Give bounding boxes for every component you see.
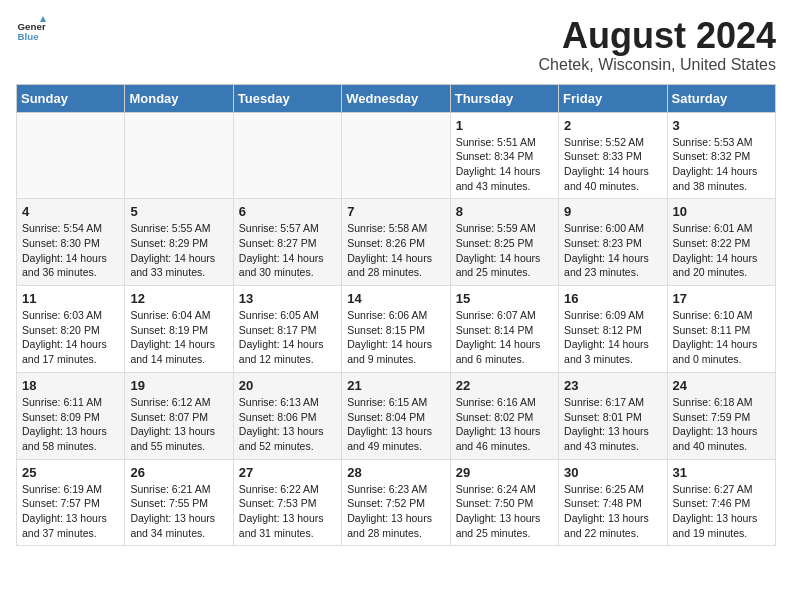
day-number: 24: [673, 378, 770, 393]
cell-content: Sunrise: 5:57 AM Sunset: 8:27 PM Dayligh…: [239, 221, 336, 280]
calendar-cell: 22Sunrise: 6:16 AM Sunset: 8:02 PM Dayli…: [450, 372, 558, 459]
calendar-cell: 16Sunrise: 6:09 AM Sunset: 8:12 PM Dayli…: [559, 286, 667, 373]
day-number: 26: [130, 465, 227, 480]
cell-content: Sunrise: 5:51 AM Sunset: 8:34 PM Dayligh…: [456, 135, 553, 194]
calendar-cell: 13Sunrise: 6:05 AM Sunset: 8:17 PM Dayli…: [233, 286, 341, 373]
calendar-cell: 8Sunrise: 5:59 AM Sunset: 8:25 PM Daylig…: [450, 199, 558, 286]
day-number: 31: [673, 465, 770, 480]
calendar-cell: 26Sunrise: 6:21 AM Sunset: 7:55 PM Dayli…: [125, 459, 233, 546]
cell-content: Sunrise: 5:54 AM Sunset: 8:30 PM Dayligh…: [22, 221, 119, 280]
day-number: 16: [564, 291, 661, 306]
day-number: 29: [456, 465, 553, 480]
title-block: August 2024 Chetek, Wisconsin, United St…: [539, 16, 776, 74]
logo-icon: General Blue: [16, 16, 46, 46]
calendar-cell: [125, 112, 233, 199]
calendar-title: August 2024: [539, 16, 776, 56]
calendar-cell: [17, 112, 125, 199]
cell-content: Sunrise: 6:19 AM Sunset: 7:57 PM Dayligh…: [22, 482, 119, 541]
page-header: General Blue August 2024 Chetek, Wiscons…: [16, 16, 776, 74]
calendar-cell: 6Sunrise: 5:57 AM Sunset: 8:27 PM Daylig…: [233, 199, 341, 286]
calendar-cell: 29Sunrise: 6:24 AM Sunset: 7:50 PM Dayli…: [450, 459, 558, 546]
calendar-week-row: 4Sunrise: 5:54 AM Sunset: 8:30 PM Daylig…: [17, 199, 776, 286]
day-number: 10: [673, 204, 770, 219]
day-number: 6: [239, 204, 336, 219]
calendar-cell: 14Sunrise: 6:06 AM Sunset: 8:15 PM Dayli…: [342, 286, 450, 373]
cell-content: Sunrise: 6:10 AM Sunset: 8:11 PM Dayligh…: [673, 308, 770, 367]
cell-content: Sunrise: 6:04 AM Sunset: 8:19 PM Dayligh…: [130, 308, 227, 367]
calendar-cell: 24Sunrise: 6:18 AM Sunset: 7:59 PM Dayli…: [667, 372, 775, 459]
calendar-cell: [342, 112, 450, 199]
svg-text:Blue: Blue: [18, 31, 40, 42]
svg-text:General: General: [18, 21, 47, 32]
cell-content: Sunrise: 6:21 AM Sunset: 7:55 PM Dayligh…: [130, 482, 227, 541]
day-number: 17: [673, 291, 770, 306]
cell-content: Sunrise: 6:07 AM Sunset: 8:14 PM Dayligh…: [456, 308, 553, 367]
cell-content: Sunrise: 6:11 AM Sunset: 8:09 PM Dayligh…: [22, 395, 119, 454]
calendar-cell: 23Sunrise: 6:17 AM Sunset: 8:01 PM Dayli…: [559, 372, 667, 459]
calendar-cell: 7Sunrise: 5:58 AM Sunset: 8:26 PM Daylig…: [342, 199, 450, 286]
day-number: 8: [456, 204, 553, 219]
svg-marker-2: [40, 16, 46, 22]
day-number: 23: [564, 378, 661, 393]
calendar-cell: 2Sunrise: 5:52 AM Sunset: 8:33 PM Daylig…: [559, 112, 667, 199]
calendar-subtitle: Chetek, Wisconsin, United States: [539, 56, 776, 74]
cell-content: Sunrise: 6:06 AM Sunset: 8:15 PM Dayligh…: [347, 308, 444, 367]
calendar-header-row: SundayMondayTuesdayWednesdayThursdayFrid…: [17, 84, 776, 112]
cell-content: Sunrise: 6:03 AM Sunset: 8:20 PM Dayligh…: [22, 308, 119, 367]
cell-content: Sunrise: 6:27 AM Sunset: 7:46 PM Dayligh…: [673, 482, 770, 541]
day-number: 27: [239, 465, 336, 480]
day-header-monday: Monday: [125, 84, 233, 112]
day-number: 19: [130, 378, 227, 393]
day-header-tuesday: Tuesday: [233, 84, 341, 112]
cell-content: Sunrise: 6:00 AM Sunset: 8:23 PM Dayligh…: [564, 221, 661, 280]
day-header-sunday: Sunday: [17, 84, 125, 112]
calendar-cell: 10Sunrise: 6:01 AM Sunset: 8:22 PM Dayli…: [667, 199, 775, 286]
day-header-friday: Friday: [559, 84, 667, 112]
calendar-cell: 9Sunrise: 6:00 AM Sunset: 8:23 PM Daylig…: [559, 199, 667, 286]
cell-content: Sunrise: 6:25 AM Sunset: 7:48 PM Dayligh…: [564, 482, 661, 541]
calendar-cell: 17Sunrise: 6:10 AM Sunset: 8:11 PM Dayli…: [667, 286, 775, 373]
day-number: 15: [456, 291, 553, 306]
calendar-cell: 25Sunrise: 6:19 AM Sunset: 7:57 PM Dayli…: [17, 459, 125, 546]
day-number: 20: [239, 378, 336, 393]
cell-content: Sunrise: 6:18 AM Sunset: 7:59 PM Dayligh…: [673, 395, 770, 454]
calendar-cell: 19Sunrise: 6:12 AM Sunset: 8:07 PM Dayli…: [125, 372, 233, 459]
cell-content: Sunrise: 6:24 AM Sunset: 7:50 PM Dayligh…: [456, 482, 553, 541]
calendar-week-row: 25Sunrise: 6:19 AM Sunset: 7:57 PM Dayli…: [17, 459, 776, 546]
calendar-cell: 4Sunrise: 5:54 AM Sunset: 8:30 PM Daylig…: [17, 199, 125, 286]
calendar-cell: 31Sunrise: 6:27 AM Sunset: 7:46 PM Dayli…: [667, 459, 775, 546]
day-number: 28: [347, 465, 444, 480]
calendar-cell: 21Sunrise: 6:15 AM Sunset: 8:04 PM Dayli…: [342, 372, 450, 459]
calendar-cell: 28Sunrise: 6:23 AM Sunset: 7:52 PM Dayli…: [342, 459, 450, 546]
day-number: 9: [564, 204, 661, 219]
day-number: 3: [673, 118, 770, 133]
day-number: 1: [456, 118, 553, 133]
day-header-wednesday: Wednesday: [342, 84, 450, 112]
calendar-cell: 1Sunrise: 5:51 AM Sunset: 8:34 PM Daylig…: [450, 112, 558, 199]
calendar-cell: 5Sunrise: 5:55 AM Sunset: 8:29 PM Daylig…: [125, 199, 233, 286]
cell-content: Sunrise: 6:16 AM Sunset: 8:02 PM Dayligh…: [456, 395, 553, 454]
day-number: 21: [347, 378, 444, 393]
calendar-table: SundayMondayTuesdayWednesdayThursdayFrid…: [16, 84, 776, 547]
day-number: 12: [130, 291, 227, 306]
cell-content: Sunrise: 6:23 AM Sunset: 7:52 PM Dayligh…: [347, 482, 444, 541]
calendar-cell: 15Sunrise: 6:07 AM Sunset: 8:14 PM Dayli…: [450, 286, 558, 373]
day-number: 5: [130, 204, 227, 219]
calendar-week-row: 11Sunrise: 6:03 AM Sunset: 8:20 PM Dayli…: [17, 286, 776, 373]
day-header-saturday: Saturday: [667, 84, 775, 112]
calendar-cell: 20Sunrise: 6:13 AM Sunset: 8:06 PM Dayli…: [233, 372, 341, 459]
day-number: 22: [456, 378, 553, 393]
cell-content: Sunrise: 6:15 AM Sunset: 8:04 PM Dayligh…: [347, 395, 444, 454]
calendar-cell: 30Sunrise: 6:25 AM Sunset: 7:48 PM Dayli…: [559, 459, 667, 546]
cell-content: Sunrise: 6:09 AM Sunset: 8:12 PM Dayligh…: [564, 308, 661, 367]
cell-content: Sunrise: 5:55 AM Sunset: 8:29 PM Dayligh…: [130, 221, 227, 280]
cell-content: Sunrise: 6:12 AM Sunset: 8:07 PM Dayligh…: [130, 395, 227, 454]
calendar-cell: 11Sunrise: 6:03 AM Sunset: 8:20 PM Dayli…: [17, 286, 125, 373]
calendar-cell: 12Sunrise: 6:04 AM Sunset: 8:19 PM Dayli…: [125, 286, 233, 373]
day-number: 14: [347, 291, 444, 306]
cell-content: Sunrise: 5:52 AM Sunset: 8:33 PM Dayligh…: [564, 135, 661, 194]
day-number: 7: [347, 204, 444, 219]
cell-content: Sunrise: 6:17 AM Sunset: 8:01 PM Dayligh…: [564, 395, 661, 454]
cell-content: Sunrise: 6:01 AM Sunset: 8:22 PM Dayligh…: [673, 221, 770, 280]
cell-content: Sunrise: 6:05 AM Sunset: 8:17 PM Dayligh…: [239, 308, 336, 367]
